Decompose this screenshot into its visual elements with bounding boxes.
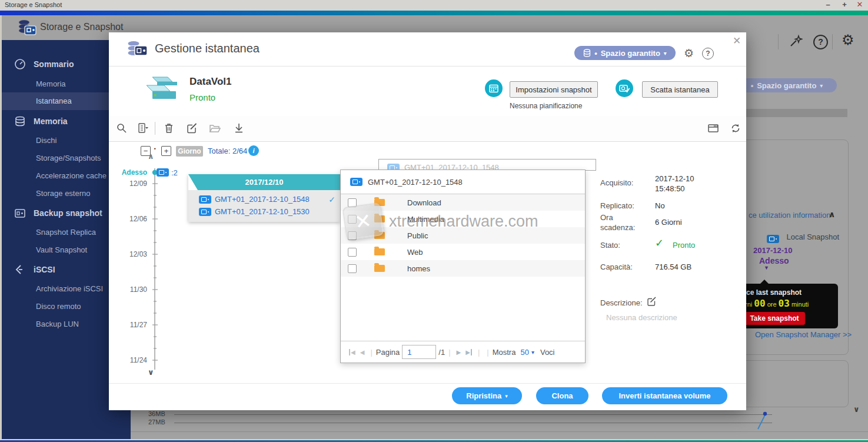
folder-row[interactable]: Download	[341, 194, 585, 211]
snapshot-manager-dialog: Gestione istantanea ✕ • Spazio garantito…	[109, 32, 746, 410]
download-icon[interactable]	[233, 122, 245, 134]
snapshot-settings-button[interactable]: Impostazioni snapshot	[510, 81, 598, 98]
items-label: Voci	[540, 348, 555, 357]
revert-volume-button[interactable]: Inverti istantanea volume	[602, 387, 727, 404]
panel-view-icon[interactable]	[707, 122, 719, 134]
utilization-info-link[interactable]: ce utilization information	[749, 211, 830, 220]
info-icon[interactable]: i	[248, 145, 259, 156]
caret-down-icon: ▾	[505, 393, 508, 399]
folder-checkbox[interactable]	[348, 231, 357, 240]
take-snapshot-button[interactable]: Take snapshot	[744, 312, 805, 325]
acquired-value: 2017-12-10	[655, 174, 694, 183]
search-icon[interactable]	[116, 122, 128, 134]
expiry-value: 6 Giorni	[655, 218, 682, 227]
window-title: Storage e Snapshot	[5, 1, 62, 8]
help-icon[interactable]: ?	[813, 35, 828, 49]
scroll-down-icon[interactable]: ∨	[853, 405, 860, 414]
marker-triangle-icon: ▼	[764, 265, 769, 271]
folder-row[interactable]: Web	[341, 244, 585, 260]
status-label: Stato:	[600, 241, 620, 250]
folder-checkbox[interactable]	[348, 198, 357, 207]
snapshot-item[interactable]: GMT+01_2017-12-10_1548 ✓	[199, 193, 335, 205]
expiry-label: Ora scadenza:	[600, 212, 641, 232]
iscsi-icon	[14, 264, 26, 275]
minimize-icon[interactable]: –	[822, 0, 834, 9]
file-panel-header: GMT+01_2017-12-10_1548	[341, 170, 585, 194]
zoom-in-button[interactable]: +	[161, 146, 171, 156]
list-view-icon[interactable]	[137, 122, 149, 134]
timeline-date: 12/03	[112, 250, 147, 258]
page-prev-icon[interactable]: ◀	[360, 349, 365, 355]
selected-check-icon: ✓	[328, 195, 335, 204]
status-check-icon: ✓	[655, 237, 664, 250]
timeline-scroll-down-icon[interactable]: ∨	[148, 368, 154, 377]
dialog-gear-icon[interactable]: ⚙	[684, 46, 694, 60]
snapshot-toolbar	[109, 116, 746, 142]
folder-open-icon[interactable]	[209, 122, 221, 134]
volume-status: Pronto	[189, 92, 215, 102]
dialog-help-icon[interactable]: ?	[702, 48, 714, 59]
background-guaranteed-space-button[interactable]: • Spazio garantito ▾	[737, 78, 837, 92]
guaranteed-space-button[interactable]: • Spazio garantito ▾	[574, 46, 676, 60]
chart-line-spike	[753, 409, 771, 430]
folder-row[interactable]: Public	[341, 227, 585, 244]
caret-down-icon: ▾	[664, 50, 667, 57]
divider	[832, 34, 833, 49]
take-snapshot-camera-icon	[616, 79, 633, 97]
clone-button[interactable]: Clona	[536, 387, 588, 404]
snapshot-item[interactable]: GMT+01_2017-12-10_1530	[199, 205, 335, 218]
page-label: Pagina	[376, 348, 400, 357]
refresh-icon[interactable]	[730, 122, 741, 134]
dialog-close-icon[interactable]: ✕	[730, 35, 744, 47]
dialog-title: Gestione istantanea	[155, 42, 260, 55]
folder-checkbox[interactable]	[348, 248, 357, 257]
timeline-now-label: Adesso	[112, 168, 147, 177]
folder-icon	[374, 199, 385, 206]
window-close-icon[interactable]: ✕	[853, 0, 866, 9]
delete-trash-icon[interactable]	[163, 122, 175, 134]
snapshot-file-panel: GMT+01_2017-12-10_1548 Download Multimed…	[340, 170, 586, 363]
chart-gridline-label: 27MB	[148, 418, 165, 426]
page-last-icon[interactable]: ▶	[465, 349, 472, 355]
obscured-snapshot-card: GMT+01_2017-12-10_1548	[378, 159, 596, 171]
window-titlebar: Storage e Snapshot – + ✕	[0, 0, 868, 11]
settings-gear-icon[interactable]: ⚙	[842, 32, 854, 48]
open-snapshot-manager-link[interactable]: Open Snapshot Manager >>	[755, 330, 852, 339]
acquired-value-time: 15:48:50	[655, 184, 685, 193]
folder-row[interactable]: homes	[341, 260, 585, 277]
elapsed-time: rni 00 ore 03 minuti	[745, 298, 809, 309]
snapshot-date-header: 2017/12/10	[188, 174, 340, 190]
background-panel-lower	[736, 360, 849, 407]
zoom-level-dot: ▪	[154, 146, 156, 151]
timeline-scroll-up-icon[interactable]: ∧	[148, 152, 154, 161]
edit-icon[interactable]	[186, 122, 198, 134]
page-input[interactable]	[402, 345, 436, 359]
caret-down-icon[interactable]: ▾	[531, 349, 534, 355]
caret-down-icon: ▾	[820, 82, 823, 89]
folder-row[interactable]: Multimedia	[341, 211, 585, 227]
snapshot-icon	[767, 235, 779, 243]
capacity-label: Capacità:	[600, 262, 633, 271]
restore-button[interactable]: Ripristina ▾	[452, 387, 522, 404]
volume-name: DataVol1	[189, 76, 232, 88]
collapse-up-icon[interactable]: ∧	[829, 210, 835, 219]
timeline-date: 11/30	[112, 285, 147, 294]
volume-icon	[143, 75, 177, 102]
take-snapshot-dialog-button[interactable]: Scatta istantanea	[642, 81, 718, 98]
folder-icon	[374, 265, 385, 272]
show-value[interactable]: 50	[520, 348, 528, 357]
chart-gridline-label: 36MB	[148, 410, 165, 417]
folder-checkbox[interactable]	[348, 215, 357, 224]
folder-checkbox[interactable]	[348, 264, 357, 273]
folder-icon	[374, 232, 385, 239]
snapshot-icon	[199, 195, 211, 204]
maximize-icon[interactable]: +	[838, 0, 851, 9]
folder-icon	[374, 248, 385, 255]
wizard-wand-icon[interactable]	[789, 34, 803, 48]
divider	[109, 66, 746, 67]
page-next-icon[interactable]: ▶	[457, 349, 461, 355]
folder-icon	[374, 215, 385, 222]
schedule-note: Nessuna pianificazione	[510, 102, 582, 110]
page-first-icon[interactable]: ◀	[349, 349, 355, 355]
edit-description-icon[interactable]	[646, 296, 657, 307]
